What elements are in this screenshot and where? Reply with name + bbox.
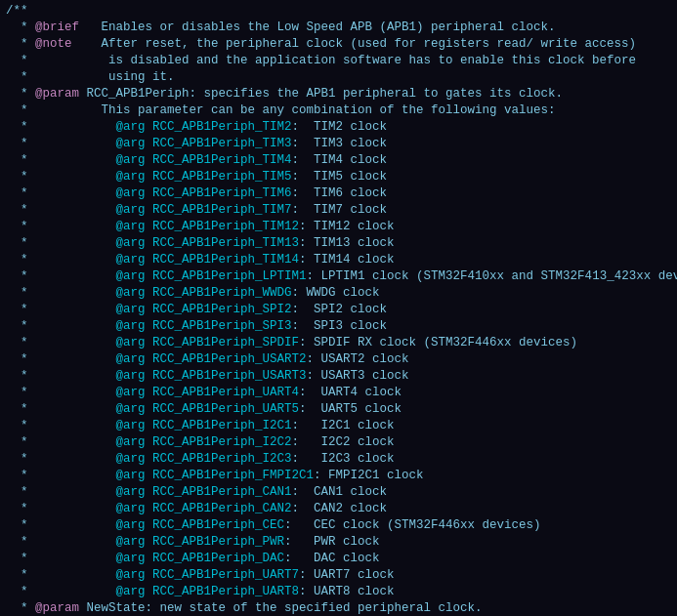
code-line-36: * @arg RCC_APB1Periph_UART8: UART8 clock (0, 585, 677, 601)
code-line-34: * @arg RCC_APB1Periph_DAC: DAC clock (0, 552, 677, 568)
code-line-26: * @arg RCC_APB1Periph_I2C1: I2C1 clock (0, 419, 677, 435)
code-line-15: * @arg RCC_APB1Periph_TIM13: TIM13 clock (0, 236, 677, 253)
code-line-23: * @arg RCC_APB1Periph_USART3: USART3 clo… (0, 369, 677, 386)
code-line-1: /** (0, 4, 677, 21)
code-line-16: * @arg RCC_APB1Periph_TIM14: TIM14 clock (0, 253, 677, 269)
code-line-13: * @arg RCC_APB1Periph_TIM7: TIM7 clock (0, 203, 677, 220)
code-line-20: * @arg RCC_APB1Periph_SPI3: SPI3 clock (0, 319, 677, 336)
code-line-10: * @arg RCC_APB1Periph_TIM4: TIM4 clock (0, 153, 677, 170)
code-line-2: * @brief Enables or disables the Low Spe… (0, 21, 677, 37)
code-line-9: * @arg RCC_APB1Periph_TIM3: TIM3 clock (0, 137, 677, 153)
code-line-19: * @arg RCC_APB1Periph_SPI2: SPI2 clock (0, 303, 677, 319)
code-line-21: * @arg RCC_APB1Periph_SPDIF: SPDIF RX cl… (0, 336, 677, 352)
code-line-33: * @arg RCC_APB1Periph_PWR: PWR clock (0, 535, 677, 552)
code-line-5: * using it. (0, 70, 677, 87)
code-line-29: * @arg RCC_APB1Periph_FMPI2C1: FMPI2C1 c… (0, 469, 677, 485)
code-line-6: * @param RCC_APB1Periph: specifies the A… (0, 87, 677, 103)
code-line-24: * @arg RCC_APB1Periph_UART4: UART4 clock (0, 386, 677, 402)
code-line-28: * @arg RCC_APB1Periph_I2C3: I2C3 clock (0, 452, 677, 469)
code-area: /** * @brief Enables or disables the Low… (0, 0, 677, 616)
code-line-18: * @arg RCC_APB1Periph_WWDG: WWDG clock (0, 286, 677, 303)
code-line-30: * @arg RCC_APB1Periph_CAN1: CAN1 clock (0, 485, 677, 502)
code-line-37: * @param NewState: new state of the spec… (0, 601, 677, 616)
code-line-12: * @arg RCC_APB1Periph_TIM6: TIM6 clock (0, 186, 677, 203)
code-line-3: * @note After reset, the peripheral cloc… (0, 37, 677, 54)
code-line-4: * is disabled and the application softwa… (0, 54, 677, 70)
code-line-11: * @arg RCC_APB1Periph_TIM5: TIM5 clock (0, 170, 677, 186)
code-line-7: * This parameter can be any combination … (0, 103, 677, 120)
code-line-35: * @arg RCC_APB1Periph_UART7: UART7 clock (0, 568, 677, 585)
code-line-32: * @arg RCC_APB1Periph_CEC: CEC clock (ST… (0, 518, 677, 535)
code-line-14: * @arg RCC_APB1Periph_TIM12: TIM12 clock (0, 220, 677, 236)
code-line-8: * @arg RCC_APB1Periph_TIM2: TIM2 clock (0, 120, 677, 137)
code-line-31: * @arg RCC_APB1Periph_CAN2: CAN2 clock (0, 502, 677, 518)
code-line-17: * @arg RCC_APB1Periph_LPTIM1: LPTIM1 clo… (0, 269, 677, 286)
code-line-25: * @arg RCC_APB1Periph_UART5: UART5 clock (0, 402, 677, 419)
code-line-27: * @arg RCC_APB1Periph_I2C2: I2C2 clock (0, 435, 677, 452)
code-line-22: * @arg RCC_APB1Periph_USART2: USART2 clo… (0, 352, 677, 369)
